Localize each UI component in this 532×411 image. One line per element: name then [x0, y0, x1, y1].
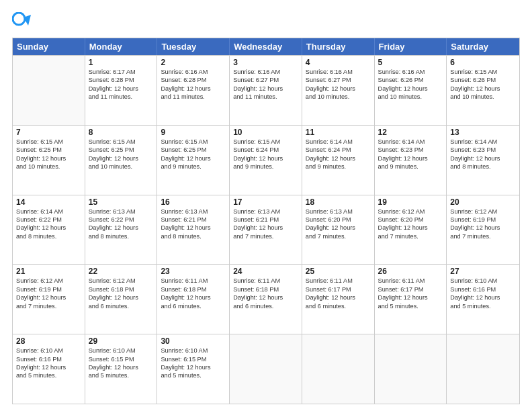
calendar-row: 14Sunrise: 6:14 AMSunset: 6:22 PMDayligh… — [13, 195, 519, 265]
cell-line: Daylight: 12 hours — [378, 293, 443, 302]
cell-line: Sunset: 6:25 PM — [89, 146, 154, 154]
cell-line: Daylight: 12 hours — [89, 224, 154, 232]
weekday-header: Friday — [375, 38, 447, 55]
calendar-cell: 23Sunrise: 6:11 AMSunset: 6:18 PMDayligh… — [157, 265, 230, 334]
calendar-cell: 13Sunrise: 6:14 AMSunset: 6:23 PMDayligh… — [447, 126, 519, 195]
cell-line: and 9 minutes. — [233, 163, 298, 171]
calendar-row: 1Sunrise: 6:17 AMSunset: 6:28 PMDaylight… — [13, 55, 519, 125]
cell-line: and 7 minutes. — [233, 232, 298, 240]
cell-line: Daylight: 12 hours — [16, 154, 81, 163]
calendar-cell: 1Sunrise: 6:17 AMSunset: 6:28 PMDaylight… — [85, 56, 158, 125]
cell-line: and 8 minutes. — [450, 163, 516, 171]
cell-line: and 9 minutes. — [161, 163, 226, 171]
logo — [12, 12, 34, 31]
cell-line: Sunset: 6:20 PM — [378, 216, 443, 224]
day-number: 26 — [378, 267, 443, 276]
calendar-cell: 30Sunrise: 6:10 AMSunset: 6:15 PMDayligh… — [157, 334, 230, 404]
cell-line: Daylight: 12 hours — [233, 154, 298, 163]
cell-line: and 7 minutes. — [450, 232, 516, 240]
cell-line: Sunrise: 6:15 AM — [16, 138, 81, 146]
cell-line: Sunset: 6:15 PM — [161, 355, 226, 363]
header — [12, 12, 520, 31]
day-number: 11 — [306, 128, 371, 137]
cell-line: and 9 minutes. — [306, 163, 371, 171]
day-number: 23 — [161, 267, 226, 276]
cell-line: Daylight: 12 hours — [16, 363, 81, 371]
cell-line: and 10 minutes. — [306, 93, 371, 101]
day-number: 17 — [233, 197, 298, 207]
cell-line: Daylight: 12 hours — [306, 85, 371, 93]
cell-line: Daylight: 12 hours — [233, 85, 298, 93]
cell-line: Sunset: 6:24 PM — [306, 146, 371, 154]
calendar-body: 1Sunrise: 6:17 AMSunset: 6:28 PMDaylight… — [13, 55, 519, 404]
cell-line: Sunrise: 6:12 AM — [89, 277, 154, 285]
calendar-cell: 4Sunrise: 6:16 AMSunset: 6:27 PMDaylight… — [302, 56, 375, 125]
cell-line: Sunset: 6:25 PM — [16, 146, 81, 154]
cell-line: Sunrise: 6:14 AM — [378, 138, 443, 146]
day-number: 16 — [161, 197, 226, 207]
calendar-header-row: SundayMondayTuesdayWednesdayThursdayFrid… — [13, 38, 519, 55]
cell-line: Daylight: 12 hours — [306, 154, 371, 163]
cell-line: Sunrise: 6:16 AM — [161, 68, 226, 76]
cell-line: Daylight: 12 hours — [378, 85, 443, 93]
cell-line: Sunrise: 6:11 AM — [233, 277, 298, 285]
day-number: 8 — [89, 128, 154, 137]
weekday-header: Saturday — [447, 38, 519, 55]
cell-line: Daylight: 12 hours — [89, 293, 154, 302]
cell-line: and 11 minutes. — [233, 93, 298, 101]
cell-line: Sunset: 6:19 PM — [16, 285, 81, 293]
cell-line: and 5 minutes. — [16, 371, 81, 379]
calendar-row: 28Sunrise: 6:10 AMSunset: 6:16 PMDayligh… — [13, 334, 519, 404]
weekday-header: Sunday — [13, 38, 85, 55]
day-number: 19 — [378, 197, 443, 207]
cell-line: Sunset: 6:22 PM — [16, 216, 81, 224]
calendar-cell — [375, 334, 447, 404]
day-number: 22 — [89, 267, 154, 276]
cell-line: Sunset: 6:18 PM — [89, 285, 154, 293]
cell-line: Sunrise: 6:15 AM — [161, 138, 226, 146]
cell-line: Daylight: 12 hours — [450, 85, 516, 93]
calendar-cell: 28Sunrise: 6:10 AMSunset: 6:16 PMDayligh… — [13, 334, 85, 404]
cell-line: and 5 minutes. — [378, 302, 443, 310]
cell-line: Sunset: 6:23 PM — [378, 146, 443, 154]
cell-line: and 6 minutes. — [161, 302, 226, 310]
calendar-cell — [447, 334, 519, 404]
calendar-cell — [230, 334, 302, 404]
cell-line: Daylight: 12 hours — [89, 85, 154, 93]
calendar-cell: 3Sunrise: 6:16 AMSunset: 6:27 PMDaylight… — [230, 56, 302, 125]
cell-line: Daylight: 12 hours — [161, 363, 226, 371]
cell-line: Sunset: 6:28 PM — [89, 76, 154, 84]
cell-line: and 10 minutes. — [378, 93, 443, 101]
calendar-cell: 27Sunrise: 6:10 AMSunset: 6:16 PMDayligh… — [447, 265, 519, 334]
day-number: 20 — [450, 197, 516, 207]
cell-line: Daylight: 12 hours — [161, 154, 226, 163]
cell-line: Sunset: 6:17 PM — [378, 285, 443, 293]
calendar-cell: 24Sunrise: 6:11 AMSunset: 6:18 PMDayligh… — [230, 265, 302, 334]
calendar-cell: 12Sunrise: 6:14 AMSunset: 6:23 PMDayligh… — [375, 126, 447, 195]
calendar-cell: 5Sunrise: 6:16 AMSunset: 6:26 PMDaylight… — [375, 56, 447, 125]
weekday-header: Monday — [85, 38, 158, 55]
cell-line: and 7 minutes. — [16, 302, 81, 310]
day-number: 10 — [233, 128, 298, 137]
day-number: 30 — [161, 336, 226, 346]
calendar-cell: 15Sunrise: 6:13 AMSunset: 6:22 PMDayligh… — [85, 195, 158, 265]
cell-line: and 8 minutes. — [16, 232, 81, 240]
cell-line: and 7 minutes. — [378, 232, 443, 240]
calendar-cell: 10Sunrise: 6:15 AMSunset: 6:24 PMDayligh… — [230, 126, 302, 195]
calendar-cell: 8Sunrise: 6:15 AMSunset: 6:25 PMDaylight… — [85, 126, 158, 195]
cell-line: Sunrise: 6:13 AM — [306, 208, 371, 216]
cell-line: Daylight: 12 hours — [233, 224, 298, 232]
cell-line: and 10 minutes. — [16, 163, 81, 171]
calendar-cell: 22Sunrise: 6:12 AMSunset: 6:18 PMDayligh… — [85, 265, 158, 334]
cell-line: Daylight: 12 hours — [16, 224, 81, 232]
cell-line: Daylight: 12 hours — [306, 293, 371, 302]
calendar-cell — [302, 334, 375, 404]
cell-line: Daylight: 12 hours — [450, 154, 516, 163]
cell-line: Sunset: 6:27 PM — [306, 76, 371, 84]
day-number: 12 — [378, 128, 443, 137]
cell-line: Sunrise: 6:13 AM — [89, 208, 154, 216]
cell-line: and 6 minutes. — [306, 302, 371, 310]
cell-line: Sunset: 6:21 PM — [233, 216, 298, 224]
cell-line: Sunrise: 6:10 AM — [16, 347, 81, 355]
cell-line: Sunset: 6:18 PM — [233, 285, 298, 293]
